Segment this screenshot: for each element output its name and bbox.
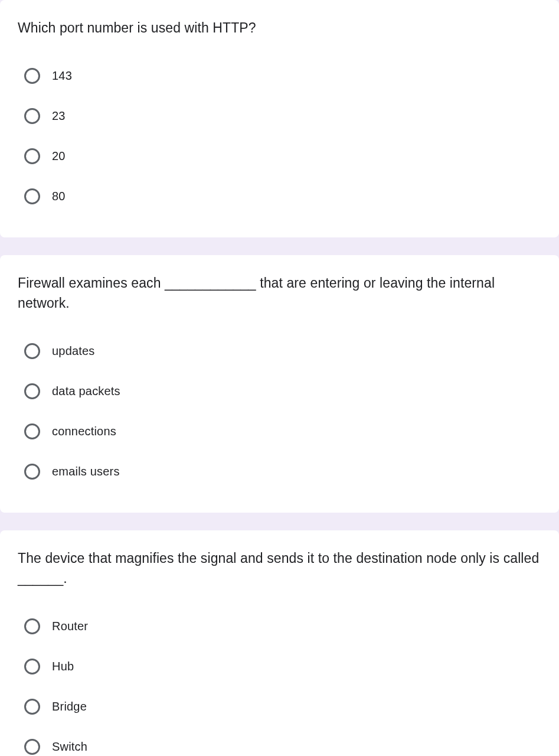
option-label: data packets [52,384,120,398]
options-group: updates data packets connections emails … [18,334,541,489]
radio-icon [24,383,40,399]
radio-icon [24,68,40,84]
option-label: Bridge [52,700,87,713]
radio-option[interactable]: emails users [24,455,541,489]
option-label: Router [52,620,88,633]
question-card-2: Firewall examines each ____________ that… [0,255,559,513]
option-label: 23 [52,109,66,123]
radio-option[interactable]: updates [24,334,541,369]
radio-icon [24,108,40,124]
question-card-1: Which port number is used with HTTP? 143… [0,0,559,237]
radio-option[interactable]: Bridge [24,690,541,724]
radio-option[interactable]: 143 [24,59,541,93]
options-group: Router Hub Bridge Switch [18,610,541,757]
option-label: 80 [52,190,66,203]
question-text: Firewall examines each ____________ that… [18,273,541,314]
option-label: updates [52,344,95,358]
radio-option[interactable]: Router [24,610,541,644]
question-text: The device that magnifies the signal and… [18,548,541,589]
radio-icon [24,423,40,439]
radio-icon [24,699,40,715]
option-label: Switch [52,740,87,754]
radio-icon [24,188,40,204]
radio-icon [24,659,40,674]
radio-icon [24,618,40,634]
question-card-3: The device that magnifies the signal and… [0,530,559,757]
option-label: emails users [52,465,120,478]
radio-icon [24,739,40,755]
radio-option[interactable]: data packets [24,374,541,409]
radio-option[interactable]: 23 [24,99,541,133]
option-label: 143 [52,69,72,83]
option-label: connections [52,425,116,438]
radio-option[interactable]: 20 [24,139,541,174]
radio-icon [24,148,40,164]
question-text: Which port number is used with HTTP? [18,18,541,38]
radio-option[interactable]: Hub [24,650,541,684]
options-group: 143 23 20 80 [18,59,541,214]
radio-icon [24,343,40,359]
option-label: 20 [52,149,66,163]
option-label: Hub [52,660,74,673]
radio-option[interactable]: Switch [24,730,541,757]
radio-icon [24,464,40,480]
radio-option[interactable]: 80 [24,180,541,214]
radio-option[interactable]: connections [24,415,541,449]
